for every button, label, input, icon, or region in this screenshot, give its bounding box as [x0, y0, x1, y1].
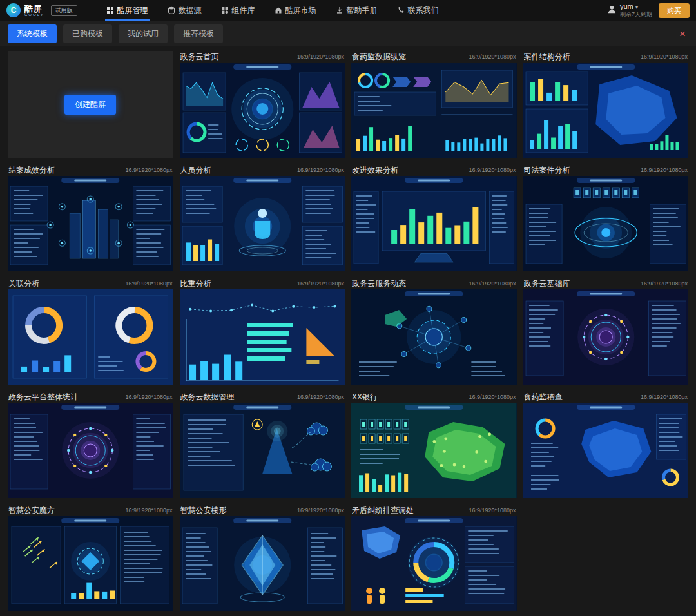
card-header: 司法案件分析 16:9/1920*1080px — [523, 164, 689, 176]
card-spec: 16:9/1920*1080px — [641, 167, 688, 173]
chevron-down-icon: ▾ — [635, 4, 639, 10]
card-thumbnail[interactable] — [180, 63, 345, 158]
card-title: 司法案件分析 — [524, 165, 570, 176]
template-card[interactable]: 智慧公安魔方 16:9/1920*1080px — [8, 505, 173, 611]
nav-item-components[interactable]: 组件库 — [211, 0, 265, 21]
grid-icon — [106, 6, 114, 14]
nav-item-label: 数据源 — [179, 5, 202, 16]
card-title: 智慧公安魔方 — [8, 505, 55, 516]
template-card[interactable]: 政务云首页 16:9/1920*1080px — [180, 51, 345, 158]
nav-item-contact[interactable]: 联系我们 — [387, 0, 449, 21]
card-spec: 16:9/1920*1080px — [641, 394, 688, 400]
card-thumbnail[interactable] — [180, 176, 345, 271]
nav-item-data-source[interactable]: 数据源 — [158, 0, 211, 21]
card-thumbnail[interactable] — [8, 516, 173, 611]
main-nav: 酷屏管理 数据源 组件库 酷屏市场 帮助手册 联系我们 — [97, 0, 449, 21]
card-title: 政务云首页 — [180, 52, 219, 63]
download-icon — [336, 6, 343, 14]
nav-item-label: 组件库 — [232, 5, 255, 16]
template-card[interactable]: 矛盾纠纷排查调处 16:9/1920*1080px — [351, 505, 517, 611]
card-header: XX银行 16:9/1920*1080px — [351, 391, 517, 403]
market-icon — [275, 6, 282, 14]
nav-item-help[interactable]: 帮助手册 — [326, 0, 387, 21]
card-header: 政务云首页 16:9/1920*1080px — [180, 51, 345, 63]
close-icon[interactable]: × — [677, 28, 688, 39]
template-card[interactable]: 政务云基础库 16:9/1920*1080px — [523, 278, 689, 385]
tab-recommended-templates[interactable]: 推荐模板 — [174, 24, 223, 43]
nav-item-screen-manage[interactable]: 酷屏管理 — [97, 0, 158, 21]
card-thumbnail[interactable] — [351, 516, 517, 611]
card-thumbnail[interactable] — [351, 176, 517, 271]
card-thumbnail[interactable] — [180, 516, 345, 611]
card-spec: 16:9/1920*1080px — [469, 394, 516, 400]
card-thumbnail[interactable] — [351, 63, 517, 158]
user-name: yum ▾ — [620, 3, 652, 12]
template-card[interactable]: 改进效果分析 16:9/1920*1080px — [351, 164, 517, 271]
card-title: 人员分析 — [180, 165, 211, 176]
app-logo[interactable]: C 酷屏 COOLY 试用版 — [6, 3, 77, 17]
trial-badge: 试用版 — [51, 5, 77, 16]
card-spec: 16:9/1920*1080px — [469, 53, 516, 60]
card-title: 政务云服务动态 — [352, 278, 406, 289]
buy-button[interactable]: 购买 — [659, 3, 690, 18]
tab-my-trial[interactable]: 我的试用 — [119, 24, 168, 43]
template-card[interactable]: 比重分析 16:9/1920*1080px — [180, 278, 345, 385]
logo-icon: C — [6, 3, 21, 17]
card-spec: 16:9/1920*1080px — [125, 280, 172, 287]
top-navbar: C 酷屏 COOLY 试用版 酷屏管理 数据源 组件库 酷屏市场 帮助手册 — [0, 0, 696, 21]
tab-purchased-templates[interactable]: 已购模板 — [63, 24, 112, 43]
card-thumbnail[interactable] — [523, 403, 689, 498]
logo-text: 酷屏 COOLY — [24, 5, 44, 17]
card-header: 人员分析 16:9/1920*1080px — [180, 164, 345, 176]
template-card[interactable]: 政务云数据管理 16:9/1920*1080px — [180, 391, 345, 498]
card-spec: 16:9/1920*1080px — [469, 507, 516, 514]
nav-item-label: 酷屏市场 — [285, 5, 316, 16]
card-thumbnail[interactable] — [180, 289, 345, 385]
card-thumbnail[interactable] — [351, 403, 517, 498]
card-title: 结案成效分析 — [8, 165, 55, 176]
template-card[interactable]: 智慧公安棱形 16:9/1920*1080px — [180, 505, 345, 611]
template-card[interactable]: 食药监稽查 16:9/1920*1080px — [523, 391, 689, 498]
template-card[interactable]: 结案成效分析 16:9/1920*1080px — [8, 164, 173, 271]
template-card[interactable]: 关联分析 16:9/1920*1080px — [8, 278, 173, 385]
components-icon — [221, 6, 229, 14]
database-icon — [168, 6, 175, 14]
card-thumbnail[interactable] — [523, 63, 689, 158]
user-menu[interactable]: yum ▾ 剩余7天到期 — [607, 3, 652, 19]
card-thumbnail[interactable] — [523, 289, 689, 385]
template-card[interactable]: 政务云平台整体统计 16:9/1920*1080px — [8, 391, 173, 498]
create-screen-button[interactable]: 创建酷屏 — [64, 95, 116, 115]
card-header: 政务云平台整体统计 16:9/1920*1080px — [8, 391, 173, 403]
user-avatar-icon — [607, 5, 617, 17]
card-title: 智慧公安棱形 — [180, 505, 227, 516]
template-card[interactable]: 人员分析 16:9/1920*1080px — [180, 164, 345, 271]
template-card[interactable]: 司法案件分析 16:9/1920*1080px — [523, 164, 689, 271]
card-header: 食药监稽查 16:9/1920*1080px — [523, 391, 689, 403]
nav-item-market[interactable]: 酷屏市场 — [265, 0, 326, 21]
card-spec: 16:9/1920*1080px — [125, 394, 172, 400]
template-card[interactable]: 食药监数据纵览 16:9/1920*1080px — [351, 51, 517, 158]
card-spec: 16:9/1920*1080px — [297, 167, 344, 173]
card-thumbnail[interactable] — [8, 403, 173, 498]
card-spec: 16:9/1920*1080px — [297, 507, 344, 514]
tab-system-templates[interactable]: 系统模板 — [8, 24, 57, 43]
card-thumbnail[interactable] — [180, 403, 345, 498]
card-header: 政务云基础库 16:9/1920*1080px — [523, 278, 689, 289]
card-thumbnail[interactable] — [8, 289, 173, 385]
card-title: 矛盾纠纷排查调处 — [352, 505, 414, 516]
template-card[interactable]: 案件结构分析 16:9/1920*1080px — [523, 51, 689, 158]
card-header: 政务云数据管理 16:9/1920*1080px — [180, 391, 345, 403]
card-spec: 16:9/1920*1080px — [125, 507, 172, 514]
card-thumbnail[interactable] — [8, 176, 173, 271]
create-screen-card: 创建酷屏 — [8, 51, 173, 158]
user-expire-text: 剩余7天到期 — [620, 11, 652, 18]
card-thumbnail[interactable] — [523, 176, 689, 271]
card-header: 政务云服务动态 16:9/1920*1080px — [351, 278, 517, 289]
card-title: 食药监稽查 — [524, 392, 563, 403]
card-thumbnail[interactable] — [351, 289, 517, 385]
card-title: 政务云基础库 — [524, 278, 570, 289]
card-header: 比重分析 16:9/1920*1080px — [180, 278, 345, 289]
card-header: 智慧公安魔方 16:9/1920*1080px — [8, 505, 173, 516]
template-card[interactable]: 政务云服务动态 16:9/1920*1080px — [351, 278, 517, 385]
template-card[interactable]: XX银行 16:9/1920*1080px — [351, 391, 517, 498]
